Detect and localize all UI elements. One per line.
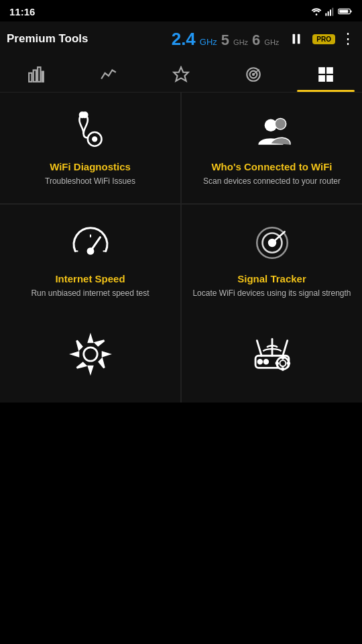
svg-point-0 [316,13,318,15]
freq-24-ghz: GHz [200,37,217,47]
freq-24: 2.4 [172,29,196,50]
svg-line-42 [282,341,287,356]
svg-point-47 [276,362,278,364]
internet-speed-desc: Run unbiased internet speed test [31,288,149,299]
tab-bar-chart[interactable] [0,56,72,92]
freq-5: 5 [221,32,229,49]
tool-settings[interactable] [0,315,180,402]
svg-rect-9 [298,34,300,44]
svg-rect-12 [38,67,40,82]
svg-point-45 [282,357,284,359]
tool-router-settings[interactable] [182,315,362,402]
stethoscope-icon [70,110,111,152]
svg-point-28 [275,118,286,129]
tool-signal-tracker[interactable]: Signal Tracker Locate WiFi devices using… [182,205,362,315]
people-icon [251,110,293,152]
tab-bar [0,56,362,93]
tab-star[interactable] [145,56,217,92]
status-icons [311,7,353,16]
svg-line-40 [257,341,261,356]
svg-rect-11 [34,70,36,81]
tool-wifi-diagnostics[interactable]: WiFi Diagnostics Troubleshoot WiFi Issue… [0,93,180,203]
svg-point-46 [282,368,284,370]
tab-radar[interactable] [217,56,290,92]
app-bar: Premium Tools 2.4GHz 5GHz 6GHz PRO ⋮ [0,21,362,56]
whos-connected-desc: Scan devices connected to your router [203,176,341,187]
tools-grid: WiFi Diagnostics Troubleshoot WiFi Issue… [0,93,362,315]
pause-icon [289,32,304,46]
status-bar: 11:16 [0,0,362,21]
bottom-partial-grid [0,315,362,402]
whos-connected-title: Who's Connected to WiFi [211,161,332,172]
internet-speed-title: Internet Speed [55,273,125,284]
freq-5-ghz: GHz [233,38,248,46]
signal-status-icon [324,7,335,16]
app-bar-icons: PRO ⋮ [286,28,355,50]
svg-point-49 [258,360,262,364]
pro-badge: PRO [312,34,335,44]
svg-rect-8 [293,34,296,44]
signal-tracker-title: Signal Tracker [237,273,306,284]
svg-rect-6 [350,11,351,13]
app-title: Premium Tools [7,32,172,46]
svg-rect-2 [328,11,329,16]
svg-point-24 [92,136,97,142]
more-options-icon[interactable]: ⋮ [341,30,355,48]
tab-grid[interactable] [290,56,362,92]
status-time: 11:16 [9,6,35,17]
trend-icon [100,66,117,83]
wifi-diagnostics-title: WiFi Diagnostics [50,161,131,172]
wifi-diagnostics-desc: Troubleshoot WiFi Issues [45,176,135,187]
svg-point-48 [288,362,290,364]
svg-rect-19 [318,67,325,74]
svg-point-30 [87,248,93,254]
svg-rect-4 [332,8,333,16]
svg-point-26 [82,113,87,117]
grid-icon [317,66,335,83]
svg-rect-20 [326,67,333,74]
bar-chart-icon [27,66,45,83]
gear-icon [68,331,113,377]
svg-point-38 [83,347,97,361]
svg-rect-1 [325,13,326,16]
tool-whos-connected[interactable]: Who's Connected to WiFi Scan devices con… [182,93,362,203]
svg-rect-3 [330,9,331,15]
signal-tracker-desc: Locate WiFi devices using its signal str… [192,288,351,299]
svg-rect-21 [318,75,325,82]
freq-6: 6 [252,32,260,49]
star-icon [172,66,190,83]
router-gear-icon [249,331,295,377]
svg-marker-14 [174,67,188,81]
wifi-status-icon [311,7,322,16]
svg-point-50 [264,360,268,364]
pause-button[interactable] [286,28,307,50]
svg-rect-10 [29,72,32,81]
svg-rect-22 [326,75,333,82]
signal-tracker-icon [251,222,293,264]
freq-6-ghz: GHz [264,38,279,46]
svg-rect-7 [339,10,348,13]
tool-internet-speed[interactable]: Internet Speed Run unbiased internet spe… [0,205,180,315]
radar-tab-icon [245,66,262,83]
battery-status-icon [338,7,353,15]
svg-rect-13 [42,71,44,81]
speedometer-icon [70,222,111,264]
tab-trend[interactable] [72,56,145,92]
frequency-group: 2.4GHz 5GHz 6GHz [172,29,280,50]
